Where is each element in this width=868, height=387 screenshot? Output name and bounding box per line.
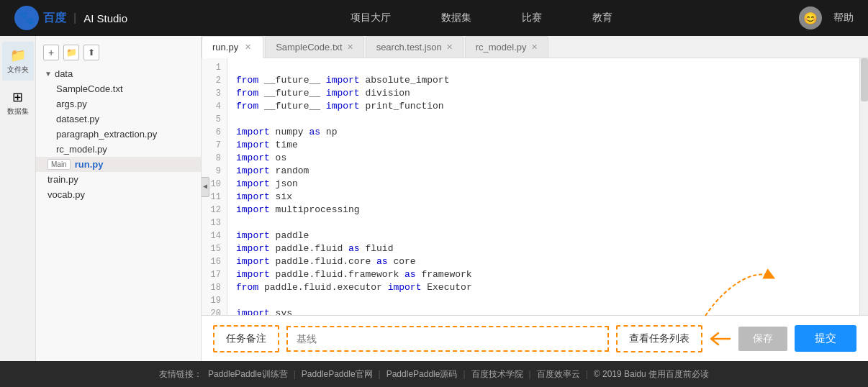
file-item-rc-model[interactable]: rc_model.py [36, 142, 201, 157]
code-line-13: import paddle [236, 230, 309, 241]
file-item-samplecode[interactable]: SampleCode.txt [36, 81, 201, 96]
task-note-button[interactable]: 任务备注 [213, 325, 279, 352]
footer-link-3[interactable]: PaddlePaddle源码 [386, 368, 458, 381]
footer-link-1[interactable]: PaddlePaddle训练营 [208, 368, 288, 381]
file-item-args[interactable]: args.py [36, 96, 201, 111]
tab-rc-model[interactable]: rc_model.py ✕ [465, 36, 548, 58]
file-label: vocab.py [48, 189, 85, 200]
main-container: 📁 文件夹 ⊞ 数据集 + 📁 ⬆ ▼ data SampleCode.txt … [0, 36, 868, 361]
file-item-run[interactable]: Main run.py [36, 157, 201, 172]
help-link[interactable]: 帮助 [833, 12, 854, 24]
file-label: paragraph_extraction.py [56, 129, 157, 140]
scrollbar-thumb[interactable] [861, 58, 868, 101]
folder-icon: 📁 [10, 47, 26, 63]
tab-label: run.py [212, 42, 238, 53]
tab-label: rc_model.py [476, 42, 527, 53]
file-tree: + 📁 ⬆ ▼ data SampleCode.txt args.py data… [36, 36, 202, 361]
nav-item-datasets[interactable]: 数据集 [441, 12, 471, 24]
file-label: train.py [48, 174, 78, 185]
footer-prefix: 友情链接： [159, 368, 202, 381]
logo: 🐾 百度 | AI Studio [14, 6, 127, 30]
logo-brand: 百度 [43, 11, 66, 26]
code-line-14: import paddle.fluid as fluid [236, 243, 393, 254]
file-label: args.py [56, 99, 87, 109]
code-line-12 [236, 217, 242, 228]
collapse-handle[interactable]: ◀ [202, 177, 209, 197]
top-nav: 🐾 百度 | AI Studio 项目大厅 数据集 比赛 教育 😊 帮助 [0, 0, 868, 36]
code-line-6: import time [236, 140, 298, 150]
arrow-left-icon [710, 330, 731, 347]
save-button[interactable]: 保存 [738, 327, 787, 351]
footer-sep-1: | [294, 369, 296, 379]
code-line-4 [236, 114, 242, 124]
file-item-paragraph[interactable]: paragraph_extraction.py [36, 127, 201, 142]
code-line-8: import random [236, 165, 309, 176]
editor-area: run.py ✕ SampleCode.txt ✕ search.test.js… [202, 36, 868, 361]
new-file-icon[interactable]: + [43, 45, 59, 60]
code-line-18 [236, 295, 242, 306]
file-label: run.py [75, 159, 104, 170]
nav-item-projects[interactable]: 项目大厅 [351, 12, 391, 24]
files-label: 文件夹 [7, 65, 29, 75]
tab-search-json[interactable]: search.test.json ✕ [366, 36, 464, 58]
code-line-16: import paddle.fluid.framework as framewo… [236, 269, 472, 280]
code-line-5: import numpy as np [236, 127, 337, 137]
baseline-input[interactable] [286, 326, 609, 352]
code-line-3: from __future__ import print_function [236, 101, 444, 111]
avatar[interactable]: 😊 [799, 6, 822, 29]
new-folder-icon[interactable]: 📁 [63, 45, 79, 60]
tab-label: SampleCode.txt [276, 42, 343, 53]
file-label: SampleCode.txt [56, 83, 123, 94]
code-line-7: import os [236, 152, 286, 163]
footer-link-2[interactable]: PaddlePaddle官网 [302, 368, 373, 381]
file-label: rc_model.py [56, 144, 107, 155]
scrollbar-track[interactable] [859, 58, 868, 315]
code-editor[interactable]: 1 2 3 4 5 6 7 8 9 10 11 12 13 14 15 16 1… [202, 58, 868, 315]
file-item-vocab[interactable]: vocab.py [36, 187, 201, 202]
nav-item-education[interactable]: 教育 [592, 12, 612, 24]
file-item-train[interactable]: train.py [36, 172, 201, 187]
folder-name: data [55, 68, 73, 79]
footer-copyright: © 2019 Baidu 使用百度前必读 [594, 368, 709, 381]
tab-run-py[interactable]: run.py ✕ [202, 36, 263, 58]
footer-link-5[interactable]: 百度效率云 [537, 368, 580, 381]
footer-link-4[interactable]: 百度技术学院 [471, 368, 523, 381]
sidebar-item-datasets[interactable]: ⊞ 数据集 [2, 83, 34, 122]
footer-sep-3: | [463, 369, 465, 379]
sidebar-icons: 📁 文件夹 ⊞ 数据集 [0, 36, 36, 361]
logo-bear-icon: 🐾 [14, 6, 39, 30]
footer: 友情链接： PaddlePaddle训练营 | PaddlePaddle官网 |… [0, 361, 868, 387]
view-tasks-button[interactable]: 查看任务列表 [616, 325, 702, 352]
bottom-bar: 任务备注 查看任务列表 保存 提交 [202, 315, 868, 361]
tabs-bar: run.py ✕ SampleCode.txt ✕ search.test.js… [202, 36, 868, 58]
main-badge: Main [48, 159, 71, 170]
tab-label: search.test.json [376, 42, 442, 53]
chevron-down-icon: ▼ [45, 70, 52, 78]
file-label: dataset.py [56, 114, 99, 124]
tab-close-icon[interactable]: ✕ [243, 42, 253, 53]
tab-close-icon[interactable]: ✕ [347, 42, 353, 52]
code-line-2: from __future__ import division [236, 88, 410, 99]
footer-sep-2: | [379, 369, 381, 379]
code-line-10: import six [236, 191, 292, 202]
code-line-11: import multiprocessing [236, 204, 360, 215]
tab-close-icon[interactable]: ✕ [446, 42, 453, 52]
footer-sep-4: | [529, 369, 531, 379]
footer-sep-5: | [586, 369, 588, 379]
datasets-label: 数据集 [7, 106, 29, 117]
nav-item-competition[interactable]: 比赛 [522, 12, 542, 24]
tab-close-icon[interactable]: ✕ [531, 42, 538, 52]
code-line-17: from paddle.fluid.executor import Execut… [236, 282, 472, 293]
submit-button[interactable]: 提交 [795, 325, 856, 352]
file-item-dataset[interactable]: dataset.py [36, 111, 201, 127]
nav-items: 项目大厅 数据集 比赛 教育 [163, 12, 799, 24]
code-line-9: import json [236, 178, 298, 189]
code-line-15: import paddle.fluid.core as core [236, 256, 416, 267]
nav-right: 😊 帮助 [799, 6, 854, 29]
folder-data[interactable]: ▼ data [36, 66, 201, 81]
tab-samplecode[interactable]: SampleCode.txt ✕ [265, 36, 364, 58]
logo-divider: | [73, 12, 76, 24]
sidebar-item-files[interactable]: 📁 文件夹 [2, 42, 34, 81]
file-tree-toolbar: + 📁 ⬆ [36, 42, 201, 63]
upload-icon[interactable]: ⬆ [83, 45, 99, 60]
